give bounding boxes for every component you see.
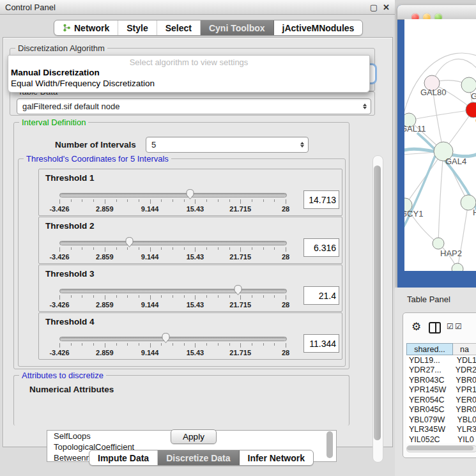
slider-tick xyxy=(274,199,275,202)
tab-style[interactable]: Style xyxy=(118,20,157,35)
close-icon[interactable]: ✕ xyxy=(383,3,390,12)
slider-track[interactable] xyxy=(59,193,287,197)
slider-tick xyxy=(139,343,139,346)
network-node-label: HAP2 xyxy=(440,249,462,258)
table-data-combo[interactable]: galFiltered.sif default node xyxy=(17,98,371,114)
network-node-label: GCY1 xyxy=(404,209,423,219)
slider-tick xyxy=(286,199,286,204)
slider-tick xyxy=(274,247,275,250)
slider-tick xyxy=(252,199,252,202)
threshold-slider[interactable]: -3.4262.8599.14415.4321.71528 xyxy=(59,284,286,303)
threshold-value-field[interactable]: 6.316 xyxy=(303,238,339,257)
cyni-toolbox-pane: Discretization Algorithm Table Data galF… xyxy=(3,37,393,447)
number-of-intervals-combo[interactable]: 5 xyxy=(146,137,309,153)
slider-thumb[interactable] xyxy=(161,332,171,344)
slider-tick xyxy=(206,343,207,346)
network-nodes[interactable]: GAL80GACGAL11GAL4GCY1HHAP2 xyxy=(404,75,476,271)
slider-tick xyxy=(93,247,94,250)
tab-discretize-data[interactable]: Discretize Data xyxy=(158,450,239,465)
table-row[interactable]: YBR043CYBR0 xyxy=(406,375,476,385)
slider-tick-label: 28 xyxy=(282,205,289,213)
table-row[interactable]: YDL19...YDL1 xyxy=(406,355,476,365)
table-rows[interactable]: YDL19...YDL1YDR27...YDR2YBR043CYBR0YPR14… xyxy=(406,355,476,443)
slider-tick xyxy=(82,295,82,298)
table-row[interactable]: YBL079WYBL0 xyxy=(406,415,476,425)
slider-tick xyxy=(150,295,151,300)
network-node[interactable] xyxy=(452,263,463,271)
threshold-slider[interactable]: -3.4262.8599.14415.4321.71528 xyxy=(59,332,286,351)
slider-tick-label: 21.715 xyxy=(229,253,251,261)
network-node[interactable] xyxy=(461,77,476,93)
gear-icon[interactable]: ⚙ xyxy=(411,320,421,334)
slider-tick xyxy=(82,247,82,250)
table-header-shared[interactable]: shared... xyxy=(406,343,453,355)
slider-tick xyxy=(150,247,151,252)
threshold-value-field[interactable]: 21.4 xyxy=(303,286,339,305)
slider-track[interactable] xyxy=(59,289,287,293)
slider-tick xyxy=(116,295,117,298)
tab-jactivemnodules[interactable]: jActiveMNodules xyxy=(274,20,363,35)
network-node[interactable] xyxy=(466,102,476,118)
interval-definition-group: Interval Definition Number of Intervals … xyxy=(13,122,349,369)
float-window-icon[interactable]: ▢ xyxy=(370,3,378,12)
slider-tick xyxy=(59,247,60,252)
table-row[interactable]: YDR27...YDR2 xyxy=(406,365,476,376)
table-row[interactable]: YLR345WYLR3 xyxy=(406,425,476,435)
slider-tick xyxy=(252,247,252,250)
slider-tick xyxy=(184,295,185,298)
threshold-value-field[interactable]: 14.713 xyxy=(303,190,339,209)
threshold-value-field[interactable]: 11.344 xyxy=(303,334,339,353)
table-row[interactable]: YIL052CYIL0 xyxy=(406,434,476,443)
slider-tick xyxy=(127,343,128,346)
table-row[interactable]: YER054CYER0 xyxy=(406,395,476,405)
slider-tick-label: 2.859 xyxy=(96,301,114,309)
threshold-slider[interactable]: -3.4262.8599.14415.4321.71528 xyxy=(59,236,286,256)
slider-tick xyxy=(59,199,60,204)
slider-tick xyxy=(161,199,162,202)
column-layout-icon[interactable] xyxy=(429,322,441,334)
slider-tick xyxy=(59,295,60,300)
network-node[interactable] xyxy=(433,238,444,249)
algorithm-option-manual[interactable]: Manual Discretization xyxy=(8,67,369,78)
slider-tick-label: -3.426 xyxy=(49,253,69,261)
tab-select[interactable]: Select xyxy=(157,20,201,35)
slider-tick xyxy=(105,343,105,348)
checkbox-icon[interactable]: ☑ xyxy=(447,322,454,331)
slider-tick-label: 28 xyxy=(282,301,289,309)
thresholds-group-title: Threshold's Coordinates for 5 Intervals xyxy=(24,154,171,164)
tab-infer-network[interactable]: Infer Network xyxy=(240,450,313,465)
tab-cyni-toolbox[interactable]: Cyni Toolbox xyxy=(201,20,274,35)
slider-tick xyxy=(71,199,72,202)
table-row[interactable]: YPR145WYPR1 xyxy=(406,385,476,395)
checkbox-icon[interactable]: ☑ xyxy=(455,322,462,331)
tab-impute-data[interactable]: Impute Data xyxy=(89,450,158,465)
pane-scrollbar-thumb[interactable] xyxy=(374,165,381,440)
slider-thumb[interactable] xyxy=(185,188,195,200)
table-header-name[interactable]: na xyxy=(453,343,476,355)
slider-tick xyxy=(161,295,162,298)
thresholds-group: Threshold's Coordinates for 5 Intervals … xyxy=(18,158,346,367)
attributes-list-scrollbar[interactable] xyxy=(326,431,333,458)
table-row[interactable]: YBR045CYBR0 xyxy=(406,405,476,415)
slider-tick xyxy=(150,199,151,204)
threshold-slider[interactable]: -3.4262.8599.14415.4321.71528 xyxy=(59,188,286,208)
slider-track[interactable] xyxy=(59,241,287,245)
slider-tick xyxy=(139,199,139,202)
algorithm-option-equal-width[interactable]: Equal Width/Frequency Discretization xyxy=(8,78,369,89)
table-hscrollbar-thumb[interactable] xyxy=(407,446,473,450)
slider-thumb[interactable] xyxy=(233,284,243,296)
slider-tick xyxy=(274,295,275,298)
discretization-algorithm-group-title: Discretization Algorithm xyxy=(15,43,107,53)
slider-tick xyxy=(105,295,105,300)
threshold-row: Threshold 2-3.4262.8599.14415.4321.71528… xyxy=(38,217,342,264)
slider-thumb[interactable] xyxy=(125,236,134,248)
slider-tick xyxy=(206,295,207,298)
table-data-group: Table Data galFiltered.sif default node xyxy=(10,91,375,116)
slider-track[interactable] xyxy=(59,337,287,341)
tab-network[interactable]: Network xyxy=(54,20,118,35)
apply-button[interactable]: Apply xyxy=(171,429,217,444)
network-canvas[interactable]: GAL80GACGAL11GAL4GCY1HHAP2 xyxy=(404,19,476,271)
slider-tick xyxy=(184,343,185,346)
slider-tick xyxy=(116,247,117,250)
slider-tick-label: -3.426 xyxy=(49,349,69,357)
